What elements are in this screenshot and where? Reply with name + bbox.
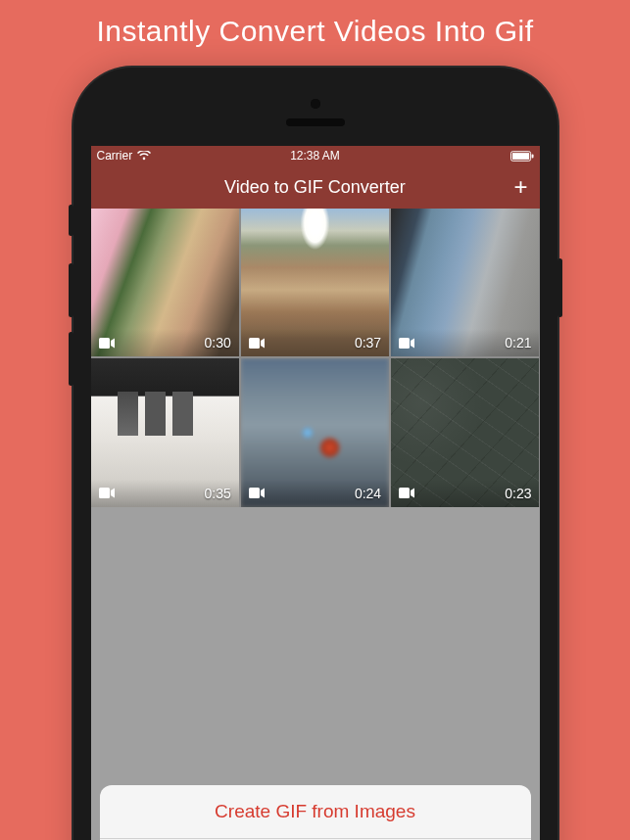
video-icon	[249, 488, 265, 498]
phone-frame: Carrier 12:38 AM Video to GIF Converter …	[73, 68, 557, 840]
svg-rect-5	[399, 338, 410, 349]
action-sheet-options: Create GIF from Images Create GIF from V…	[100, 785, 531, 840]
svg-rect-1	[511, 153, 528, 160]
status-time: 12:38 AM	[290, 149, 340, 163]
video-icon	[99, 488, 115, 498]
phone-mute-switch	[69, 205, 73, 236]
promo-title: Instantly Convert Videos Into Gif	[0, 0, 630, 68]
video-tile[interactable]: 0:24	[241, 358, 389, 506]
wifi-icon	[137, 151, 151, 161]
svg-rect-2	[531, 154, 533, 158]
video-duration: 0:24	[355, 486, 381, 501]
video-tile[interactable]: 0:21	[391, 209, 539, 356]
video-grid: 0:30 0:37 0:21	[91, 209, 540, 507]
nav-title: Video to GIF Converter	[224, 177, 406, 198]
video-duration: 0:23	[505, 486, 531, 501]
video-duration: 0:37	[355, 335, 381, 350]
phone-volume-down	[69, 332, 73, 386]
phone-speaker	[286, 118, 345, 126]
battery-icon	[510, 151, 534, 162]
video-icon	[399, 488, 414, 498]
video-tile[interactable]: 0:37	[241, 209, 389, 356]
svg-rect-7	[249, 488, 260, 498]
video-icon	[99, 338, 115, 349]
video-tile[interactable]: 0:23	[391, 358, 539, 506]
create-gif-from-images-button[interactable]: Create GIF from Images	[100, 785, 531, 838]
svg-rect-4	[249, 338, 260, 349]
status-bar: Carrier 12:38 AM	[91, 146, 540, 165]
carrier-label: Carrier	[97, 149, 133, 163]
svg-rect-3	[99, 338, 110, 349]
svg-rect-6	[99, 488, 110, 498]
video-duration: 0:35	[205, 486, 231, 501]
nav-bar: Video to GIF Converter +	[91, 165, 540, 209]
action-sheet: Create GIF from Images Create GIF from V…	[100, 785, 531, 840]
video-icon	[249, 338, 265, 349]
phone-screen: Carrier 12:38 AM Video to GIF Converter …	[91, 146, 540, 840]
add-button[interactable]: +	[513, 175, 527, 199]
video-duration: 0:21	[505, 335, 531, 350]
video-duration: 0:30	[205, 335, 231, 350]
video-icon	[399, 338, 414, 349]
video-tile[interactable]: 0:30	[91, 209, 239, 356]
phone-volume-up	[69, 263, 73, 317]
svg-rect-8	[399, 488, 410, 498]
phone-power-button	[557, 258, 562, 317]
video-tile[interactable]: 0:35	[91, 358, 239, 506]
